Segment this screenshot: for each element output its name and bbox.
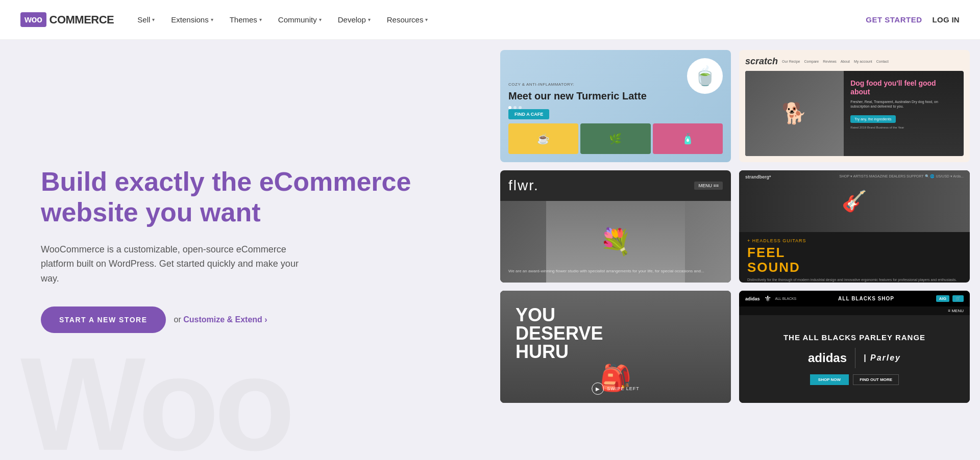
chevron-down-icon: ▾ — [425, 17, 428, 22]
strandberg-desc: Distinctively for the thorough of modern… — [747, 277, 962, 283]
allblacks-logos-hero: adidas | Parley — [808, 348, 901, 368]
allblacks-header: adidas ⚜ ALL BLACKS ALL BLACKS SHOP AIG … — [739, 291, 970, 306]
strandberg-image: 🎸 strandberg* SHOP ▾ ARTISTS MAGAZINE DE… — [739, 170, 970, 232]
strandberg-tagline: + HEADLESS GUITARS — [747, 238, 962, 243]
product-thumb-2: 🌿 — [580, 123, 650, 154]
screenshot-allblacks: adidas ⚜ ALL BLACKS ALL BLACKS SHOP AIG … — [739, 291, 970, 403]
cta-secondary-text: or Customize & Extend › — [174, 315, 267, 324]
cart-icon: 🛒 — [952, 295, 964, 302]
screenshot-flwr: flwr. MENU ≡≡ 💐 We are an award-winning … — [500, 170, 731, 283]
product-row: ☕ 🌿 🧴 — [508, 123, 723, 154]
main-content: Build exactly the eCommerce website you … — [0, 0, 980, 460]
adidas-logo: adidas — [745, 296, 760, 301]
allblacks-nav: ≡ MENU — [739, 306, 970, 315]
allblacks-fern-icon: ⚜ — [764, 294, 771, 303]
find-out-more-button[interactable]: FIND OUT MORE — [853, 374, 899, 385]
strandberg-logo-text: strandberg* — [745, 174, 771, 180]
screenshot-strandberg: 🎸 strandberg* SHOP ▾ ARTISTS MAGAZINE DE… — [739, 170, 970, 283]
product-thumb-1: ☕ — [508, 123, 578, 154]
strandberg-nav: SHOP ▾ ARTISTS MAGAZINE DEALERS SUPPORT … — [839, 174, 964, 180]
header-right: GET STARTED LOG IN — [866, 15, 960, 24]
chevron-down-icon: ▾ — [152, 17, 155, 22]
scratch-body: Fresher, Real, Transparent, Australian D… — [850, 99, 955, 110]
strandberg-title: FEELSOUND — [747, 245, 962, 274]
nav-item-sell[interactable]: Sell ▾ — [130, 11, 162, 28]
logo[interactable]: woo COMMERCE — [20, 12, 114, 27]
swipe-label: SWIPE LEFT — [607, 386, 640, 391]
flwr-logo: flwr. — [508, 177, 539, 194]
hero-title: Build exactly the eCommerce website you … — [41, 167, 449, 228]
flwr-header: flwr. MENU ≡≡ — [500, 170, 731, 201]
huru-text: YOUDESERVEHURU — [516, 306, 603, 361]
swipe-circle-icon: ▶ — [592, 382, 604, 395]
aig-badge: AIG — [936, 295, 949, 302]
allblacks-actions: AIG 🛒 — [936, 295, 964, 302]
nav-item-resources[interactable]: Resources ▾ — [380, 11, 435, 28]
scratch-header: scratch Our Recipe Compare Reviews About… — [745, 56, 964, 67]
allblacks-hero: THE ALL BLACKS PARLEY RANGE adidas | Par… — [739, 315, 970, 403]
nav-item-extensions[interactable]: Extensions ▾ — [164, 11, 220, 28]
chevron-down-icon: ▾ — [319, 17, 322, 22]
bowl-icon: 🍵 — [687, 58, 723, 94]
main-header: woo COMMERCE Sell ▾ Extensions ▾ Themes … — [0, 0, 980, 40]
screenshot-grid: 🍵 COZY & ANTI-INFLAMMATORY: Meet our new… — [490, 40, 980, 460]
chevron-down-icon: ▾ — [259, 17, 262, 22]
product-thumb-3: 🧴 — [653, 123, 723, 154]
scratch-headline: Dog food you'll feel good about — [850, 79, 955, 96]
scratch-text: Dog food you'll feel good about Fresher,… — [844, 79, 955, 129]
scratch-badge: Rated 2019 Brand Business of the Year — [850, 126, 955, 129]
huru-swipe: ▶ SWIPE LEFT — [592, 382, 640, 395]
hero-section: Build exactly the eCommerce website you … — [0, 40, 490, 460]
screenshot-huru: 🎒 YOUDESERVEHURU ▶ SWIPE LEFT — [500, 291, 731, 403]
nav-item-themes[interactable]: Themes ▾ — [223, 11, 269, 28]
strandberg-header: strandberg* SHOP ▾ ARTISTS MAGAZINE DEAL… — [739, 170, 970, 184]
huru-headline: YOUDESERVEHURU — [516, 306, 603, 361]
dog-image: 🐕 — [745, 71, 844, 156]
scratch-nav: Our Recipe Compare Reviews About My acco… — [782, 60, 889, 63]
logo-commerce: COMMERCE — [50, 13, 114, 27]
customize-extend-link[interactable]: Customize & Extend › — [183, 315, 267, 324]
flwr-image: 💐 We are an award-winning flower studio … — [500, 201, 731, 283]
logo-divider — [855, 348, 855, 368]
screenshot-scratch: scratch Our Recipe Compare Reviews About… — [739, 50, 970, 162]
get-started-button[interactable]: GET STARTED — [866, 15, 922, 24]
flwr-text-overlay: We are an award-winning flower studio wi… — [508, 268, 723, 274]
huru-background: 🎒 YOUDESERVEHURU ▶ SWIPE LEFT — [500, 291, 731, 403]
strandberg-bottom: + HEADLESS GUITARS FEELSOUND Distinctive… — [739, 232, 970, 283]
scratch-cta-button[interactable]: Try any, the ingredients — [850, 115, 895, 123]
allblacks-logos: adidas ⚜ ALL BLACKS — [745, 294, 796, 303]
screenshot-turmeric: 🍵 COZY & ANTI-INFLAMMATORY: Meet our new… — [500, 50, 731, 162]
nav-item-community[interactable]: Community ▾ — [271, 11, 329, 28]
header-left: woo COMMERCE Sell ▾ Extensions ▾ Themes … — [20, 11, 435, 28]
scratch-logo: scratch — [745, 56, 778, 67]
shop-now-button[interactable]: SHOP NOW — [810, 374, 849, 385]
adidas-big-logo: adidas — [808, 351, 847, 365]
flwr-menu: MENU ≡≡ — [694, 182, 723, 190]
scratch-hero: 🐕 Dog food you'll feel good about Freshe… — [745, 71, 964, 156]
allblacks-hero-title: THE ALL BLACKS PARLEY RANGE — [783, 333, 925, 342]
chevron-down-icon: ▾ — [368, 17, 371, 22]
log-in-button[interactable]: LOG IN — [933, 15, 960, 24]
allblacks-shop-title: ALL BLACKS SHOP — [838, 296, 894, 301]
turmeric-title: Meet our new Turmeric Latte — [508, 90, 723, 102]
hero-subtitle: WooCommerce is a customizable, open-sour… — [41, 242, 306, 286]
nav-item-develop[interactable]: Develop ▾ — [331, 11, 378, 28]
main-nav: Sell ▾ Extensions ▾ Themes ▾ Community ▾… — [130, 11, 435, 28]
find-cafe-button[interactable]: FIND A CAFE — [508, 109, 549, 119]
logo-woo: woo — [20, 12, 46, 27]
chevron-down-icon: ▾ — [211, 17, 213, 22]
nz-logo: ALL BLACKS — [775, 297, 797, 300]
allblacks-menu-button[interactable]: ≡ MENU — [948, 309, 964, 313]
allblacks-buttons: SHOP NOW FIND OUT MORE — [810, 374, 899, 385]
parley-logo: | Parley — [864, 353, 901, 363]
watermark-text: Woo — [20, 328, 290, 460]
